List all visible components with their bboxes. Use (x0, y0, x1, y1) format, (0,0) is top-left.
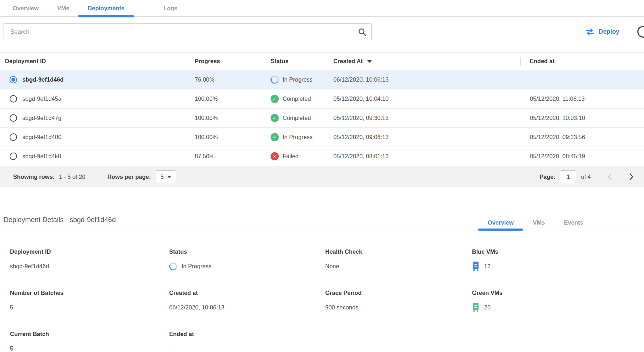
table-row[interactable]: sbgd-9ef1d4k8 87.50% Failed 05/12/2020, … (0, 147, 644, 166)
column-header-progress[interactable]: Progress (187, 52, 265, 70)
deployment-id-cell: sbgd-9ef1d4k8 (22, 153, 61, 160)
showing-rows-value: 1 - 5 of 20 (59, 174, 85, 180)
field-label: Ended at (169, 331, 325, 337)
field-green-vms: Green VMs 26 (472, 290, 638, 312)
ended-at-cell: 05/12/2020, 11:06:13 (520, 95, 644, 102)
next-page-button[interactable] (628, 171, 635, 182)
deployments-page: Overview VMs Deployments Logs Deploy Dep… (0, 0, 644, 352)
field-number-of-batches: Number of Batches 5 (10, 290, 169, 312)
field-label: Status (169, 248, 325, 255)
failed-cross-icon (271, 152, 279, 160)
column-header-ended-at[interactable]: Ended at (520, 52, 644, 70)
status-cell: In Progress (265, 133, 329, 141)
radio-button[interactable] (10, 153, 17, 160)
field-created-at: Created at 06/12/2020, 10:06:13 (169, 290, 325, 312)
table-header-row: Deployment ID Progress Status Created At… (0, 52, 644, 70)
radio-button[interactable] (10, 95, 17, 103)
blue-vm-icon (472, 262, 479, 271)
radio-button[interactable] (10, 76, 17, 83)
table-row[interactable]: sbgd-9ef1d46d 76.00% In Progress 06/12/2… (0, 70, 644, 89)
page-input[interactable] (560, 170, 576, 183)
deploy-button[interactable]: Deploy (585, 26, 619, 38)
in-progress-spinner-icon (168, 261, 178, 271)
swap-arrows-icon (585, 28, 595, 35)
field-grace-period: Grace Period 900 seconds (325, 290, 472, 312)
tab-details-vms[interactable]: VMs (523, 214, 554, 231)
table-row[interactable]: sbgd-9ef1d47g 100.00% Completed 05/12/20… (0, 109, 644, 128)
tab-logs[interactable]: Logs (154, 0, 187, 17)
deployments-table: Deployment ID Progress Status Created At… (0, 52, 644, 187)
created-at-cell: 05/12/2020, 10:04:10 (329, 95, 520, 102)
details-tab-bar: Overview VMs Events (478, 214, 593, 231)
field-deployment-id: Deployment ID sbgd-9ef1d46d (10, 248, 169, 271)
progress-cell: 100.00% (187, 134, 265, 141)
sort-descending-icon (367, 60, 372, 63)
field-label: Current Batch (10, 331, 169, 337)
ended-at-cell: 05/12/2020, 08:45:19 (520, 153, 644, 160)
rows-per-page-label: Rows per page: (107, 174, 151, 180)
search-input[interactable] (4, 24, 371, 40)
showing-rows-label: Showing rows: (13, 174, 55, 180)
table-pagination-bar: Showing rows: 1 - 5 of 20 Rows per page:… (0, 166, 644, 187)
field-value: 5 (10, 344, 169, 352)
table-row[interactable]: sbgd-9ef1d400 100.00% In Progress 05/12/… (0, 128, 644, 147)
radio-button[interactable] (10, 133, 17, 141)
created-at-cell: 05/12/2020, 09:06:13 (329, 134, 520, 141)
field-value: None (325, 262, 472, 271)
field-value: 12 (472, 262, 638, 271)
field-current-batch: Current Batch 5 (10, 331, 169, 352)
field-label: Deployment ID (10, 248, 169, 255)
deployment-id-cell: sbgd-9ef1d400 (22, 134, 61, 141)
field-label: Number of Batches (10, 290, 169, 296)
refresh-icon[interactable] (635, 24, 644, 40)
column-header-deployment-id[interactable]: Deployment ID (0, 52, 187, 70)
radio-button[interactable] (10, 114, 17, 122)
field-value: 5 (10, 303, 169, 312)
search-box (4, 23, 372, 40)
deployment-id-cell: sbgd-9ef1d46d (22, 76, 63, 83)
progress-cell: 87.50% (187, 153, 265, 160)
deploy-label: Deploy (599, 28, 619, 35)
green-vm-icon (472, 303, 479, 312)
progress-cell: 100.00% (187, 95, 265, 102)
details-divider (0, 231, 644, 231)
rows-per-page-select[interactable]: 5 (156, 170, 176, 183)
completed-check-icon (271, 114, 279, 122)
status-cell: Failed (265, 152, 329, 160)
ended-at-cell: 05/12/2020, 09:23:56 (520, 134, 644, 141)
progress-cell: 76.00% (187, 76, 265, 83)
tab-overview[interactable]: Overview (4, 0, 48, 17)
created-at-cell: 05/12/2020, 08:01:13 (329, 153, 520, 160)
status-cell: Completed (265, 95, 329, 103)
page-total: of 4 (581, 174, 591, 180)
tab-details-events[interactable]: Events (554, 214, 593, 231)
ended-at-cell: - (520, 76, 644, 83)
status-cell: In Progress (265, 76, 329, 84)
details-title: Deployment Details - sbgd-9ef1d46d (4, 216, 116, 224)
tab-details-overview[interactable]: Overview (478, 214, 523, 231)
status-cell: Completed (265, 114, 329, 122)
page-label: Page: (540, 174, 556, 180)
column-header-status[interactable]: Status (265, 52, 329, 70)
field-ended-at: Ended at - (169, 331, 325, 352)
chevron-left-icon (607, 173, 612, 181)
tab-deployments[interactable]: Deployments (78, 0, 134, 17)
completed-check-icon (271, 133, 279, 141)
field-label: Grace Period (325, 290, 472, 296)
previous-page-button[interactable] (606, 171, 614, 182)
field-value: 900 seconds (325, 303, 472, 312)
field-label: Created at (169, 290, 325, 296)
field-label: Health Check (325, 248, 472, 255)
deployment-id-cell: sbgd-9ef1d45a (22, 95, 61, 102)
ended-at-cell: 05/12/2020, 10:03:10 (520, 115, 644, 121)
field-label: Blue VMs (472, 248, 638, 255)
field-health-check: Health Check None (325, 248, 472, 271)
tab-vms[interactable]: VMs (48, 0, 78, 17)
deployment-id-cell: sbgd-9ef1d47g (22, 115, 61, 121)
table-row[interactable]: sbgd-9ef1d45a 100.00% Completed 05/12/20… (0, 89, 644, 109)
search-icon[interactable] (358, 28, 367, 38)
column-header-created-at[interactable]: Created At (329, 52, 520, 70)
field-label: Green VMs (472, 290, 638, 296)
details-grid: Deployment ID sbgd-9ef1d46d Status In Pr… (10, 248, 638, 352)
created-at-cell: 05/12/2020, 09:30:13 (329, 115, 520, 121)
